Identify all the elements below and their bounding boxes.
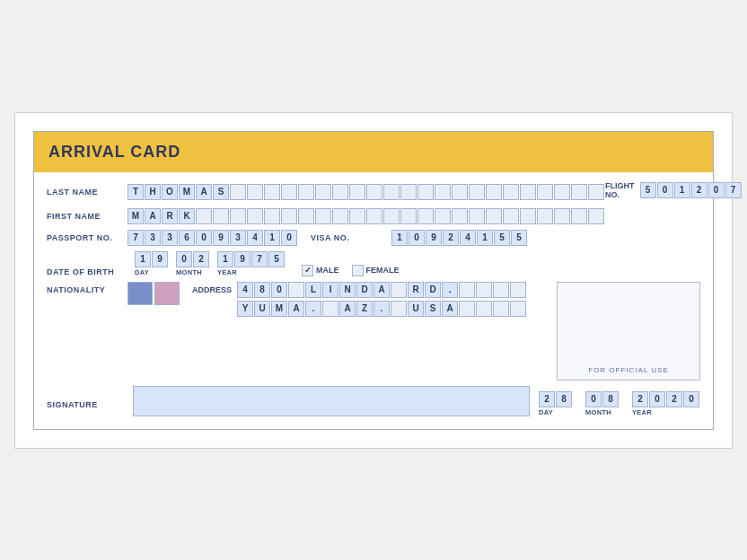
char-box	[520, 208, 536, 224]
date-day-group: 28 DAY	[539, 391, 573, 416]
address-line1-chars: 480LINDARD.	[237, 282, 527, 298]
visa-chars: 10924155	[391, 230, 528, 246]
char-box: 0	[176, 251, 192, 267]
passport-chars: 7336093410	[127, 230, 298, 246]
char-box	[588, 184, 604, 200]
address-line2-row: YUMA.AZ.USA	[237, 301, 527, 317]
char-box: 9	[152, 251, 168, 267]
char-box	[493, 282, 509, 298]
char-box: 0	[409, 230, 425, 246]
char-box	[315, 184, 331, 200]
char-box: 3	[145, 230, 161, 246]
card-header: ARRIVAL CARD	[34, 132, 713, 172]
female-gender: FEMALE	[352, 265, 400, 276]
date-section: 28 DAY 08 MONTH 2020 YEAR	[539, 391, 700, 416]
char-box: Y	[237, 301, 253, 317]
address-label: ADDRESS	[192, 285, 232, 294]
char-box	[452, 208, 468, 224]
char-box: .	[305, 301, 321, 317]
char-box	[366, 184, 382, 200]
char-box: 3	[230, 230, 246, 246]
char-box: A	[339, 301, 356, 317]
char-box: L	[305, 282, 321, 298]
char-box	[196, 208, 212, 224]
char-box	[366, 208, 382, 224]
char-box: D	[425, 282, 441, 298]
char-box: 9	[426, 230, 442, 246]
char-box: 5	[494, 230, 510, 246]
address-line1-row: ADDRESS 480LINDARD.	[192, 282, 527, 298]
char-box: 0	[271, 282, 287, 298]
date-month-group: 08 MONTH	[585, 391, 620, 416]
char-box: M	[271, 301, 287, 317]
char-box: 1	[477, 230, 493, 246]
char-box: 0	[196, 230, 212, 246]
char-box: M	[179, 184, 195, 200]
char-box: 8	[556, 391, 572, 407]
char-box: 2	[539, 391, 555, 407]
char-box	[435, 184, 451, 200]
char-box: 1	[264, 230, 280, 246]
char-box: 9	[213, 230, 229, 246]
char-box: 7	[127, 230, 144, 246]
char-box: D	[356, 282, 373, 298]
char-box	[383, 184, 400, 200]
char-box	[588, 208, 604, 224]
char-box: 0	[585, 391, 602, 407]
char-box	[493, 301, 509, 317]
char-box: S	[425, 301, 441, 317]
char-box	[510, 301, 526, 317]
char-box	[537, 208, 553, 224]
char-box: 4	[460, 230, 476, 246]
char-box: 1	[135, 251, 151, 267]
last-name-row: LAST NAME THOMAS FLIGHT NO. 501207	[47, 181, 700, 203]
first-name-chars: MARK	[127, 208, 605, 224]
nat-addr-row: NATIONALITY ADDRESS 480LINDARD. YUMA.A	[47, 282, 700, 381]
last-name-chars: THOMAS	[127, 184, 605, 200]
char-box	[503, 184, 519, 200]
card-body: LAST NAME THOMAS FLIGHT NO. 501207 FIRST…	[34, 172, 713, 429]
passport-row: PASSPORT NO. 7336093410 VISA NO. 1092415…	[47, 230, 700, 246]
char-box: O	[162, 184, 178, 200]
date-row: 28 DAY 08 MONTH 2020 YEAR	[539, 391, 700, 416]
char-box: 4	[247, 230, 263, 246]
address-line2-chars: YUMA.AZ.USA	[237, 301, 527, 317]
dob-month-label: MONTH	[176, 268, 202, 276]
female-checkbox[interactable]	[352, 265, 364, 276]
char-box	[459, 282, 475, 298]
char-box	[554, 184, 570, 200]
dob-label: DATE OF BIRTH	[47, 267, 127, 276]
flight-no-label: FLIGHT NO.	[605, 181, 635, 199]
char-box	[349, 184, 365, 200]
char-box	[322, 301, 338, 317]
dob-year-label: YEAR	[217, 268, 237, 276]
nat-addr-left: NATIONALITY ADDRESS 480LINDARD. YUMA.A	[47, 282, 548, 381]
flag-boxes	[127, 282, 180, 305]
char-box: 5	[268, 251, 285, 267]
flag-box-1	[127, 282, 153, 305]
char-box	[281, 208, 297, 224]
last-name-label: LAST NAME	[47, 188, 127, 197]
char-box: 7	[251, 251, 268, 267]
char-box	[486, 184, 502, 200]
char-box	[391, 301, 407, 317]
char-box: 0	[683, 391, 699, 407]
char-box	[383, 208, 400, 224]
char-box: Z	[356, 301, 373, 317]
char-box: R	[408, 282, 424, 298]
card-title: ARRIVAL CARD	[48, 143, 699, 162]
signature-box[interactable]	[133, 386, 530, 416]
char-box	[264, 208, 280, 224]
char-box: 4	[237, 282, 253, 298]
male-checkbox[interactable]: ✓	[302, 265, 313, 276]
char-box	[435, 208, 451, 224]
official-use-box: FOR OFFICIAL USE	[557, 282, 700, 381]
char-box: 5	[511, 230, 527, 246]
char-box	[349, 208, 365, 224]
char-box: A	[288, 301, 304, 317]
char-box	[400, 208, 417, 224]
char-box: A	[374, 282, 390, 298]
char-box	[417, 208, 434, 224]
char-box	[247, 184, 263, 200]
char-box	[230, 208, 246, 224]
